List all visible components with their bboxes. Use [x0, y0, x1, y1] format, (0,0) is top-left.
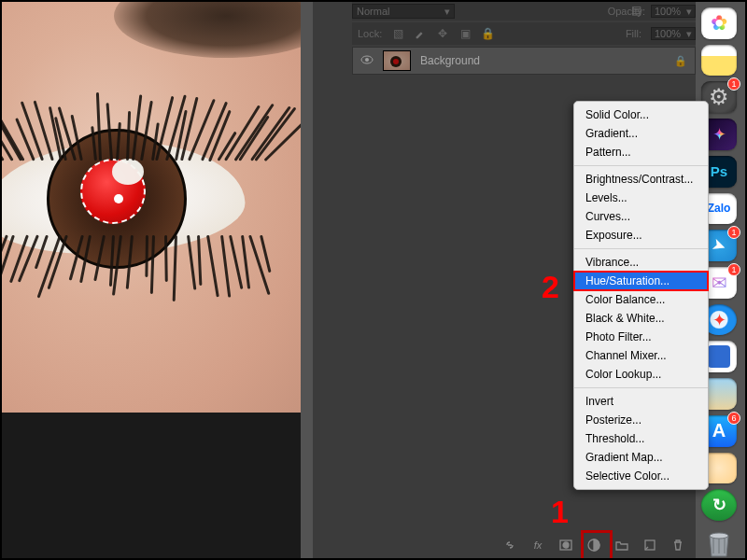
fill-field[interactable]: 100%▾	[651, 27, 696, 40]
mask-icon[interactable]	[559, 539, 572, 552]
adjustment-layer-menu[interactable]: Solid Color... Gradient... Pattern... Br…	[573, 101, 709, 490]
new-layer-icon[interactable]	[643, 539, 656, 552]
menu-item-gradient[interactable]: Gradient...	[574, 124, 708, 143]
fill-label: Fill:	[626, 28, 641, 39]
visibility-eye-icon[interactable]	[360, 54, 374, 67]
layer-thumbnail[interactable]	[383, 50, 411, 71]
canvas-pasteboard	[2, 413, 301, 560]
menu-item-color-lookup[interactable]: Color Lookup...	[574, 365, 708, 384]
menu-item-photo-filter[interactable]: Photo Filter...	[574, 328, 708, 346]
blend-mode-select[interactable]: Normal ▾	[352, 4, 455, 19]
group-icon[interactable]	[615, 539, 628, 552]
annotation-number-2: 2	[542, 269, 559, 305]
menu-item-brightness-contrast[interactable]: Brightness/Contrast...	[574, 170, 708, 189]
opacity-label: Opacity:	[608, 6, 645, 17]
fill-value: 100%	[655, 28, 681, 39]
lock-position-icon[interactable]: ✥	[436, 27, 449, 40]
layers-panel-footer: fx	[352, 534, 696, 556]
menu-item-gradient-map[interactable]: Gradient Map...	[574, 448, 708, 467]
dock-app-photos[interactable]	[701, 7, 737, 39]
fx-icon[interactable]: fx	[531, 539, 544, 552]
menu-item-hue-saturation[interactable]: Hue/Saturation...	[574, 272, 708, 290]
menu-item-selective-color[interactable]: Selective Color...	[574, 467, 708, 485]
annotation-number-1: 1	[551, 494, 569, 530]
menu-item-threshold[interactable]: Threshold...	[574, 429, 708, 448]
dock-badge: 6	[727, 412, 740, 425]
lock-all-icon[interactable]: 🔒	[481, 27, 494, 40]
lock-artboard-icon[interactable]: ▣	[458, 27, 472, 40]
adjustment-layer-icon[interactable]	[587, 539, 600, 552]
blend-opacity-row: Normal ▾ Opacity: 100%▾	[352, 2, 696, 21]
blend-mode-value: Normal	[357, 6, 389, 17]
menu-item-solid-color[interactable]: Solid Color...	[574, 105, 708, 124]
opacity-field[interactable]: 100%▾	[651, 5, 696, 18]
lock-pixels-icon[interactable]	[414, 27, 427, 40]
dock-app-green[interactable]	[701, 489, 737, 521]
layer-name: Background	[420, 54, 480, 67]
dock-badge: 1	[727, 226, 740, 239]
dock-badge: 1	[727, 77, 740, 91]
menu-item-channel-mixer[interactable]: Channel Mixer...	[574, 346, 708, 365]
lock-label: Lock:	[358, 28, 382, 39]
lock-row: Lock: ▧ ✥ ▣ 🔒 Fill: 100%▾	[352, 22, 696, 45]
menu-item-levels[interactable]: Levels...	[574, 189, 708, 207]
svg-point-6	[710, 533, 728, 539]
menu-item-exposure[interactable]: Exposure...	[574, 226, 708, 245]
svg-point-3	[563, 542, 569, 548]
dock-app-trash[interactable]	[701, 526, 737, 558]
menu-item-curves[interactable]: Curves...	[574, 207, 708, 226]
chevron-down-icon: ▾	[444, 6, 450, 18]
layer-locked-icon[interactable]: 🔒	[674, 55, 687, 67]
menu-item-color-balance[interactable]: Color Balance...	[574, 290, 708, 309]
trash-icon[interactable]	[671, 539, 684, 552]
image-content	[2, 2, 301, 413]
menu-item-posterize[interactable]: Posterize...	[574, 411, 708, 429]
opacity-value: 100%	[655, 6, 681, 17]
lock-transparency-icon[interactable]: ▧	[391, 27, 404, 40]
menu-item-pattern[interactable]: Pattern...	[574, 143, 708, 161]
link-layers-icon[interactable]	[503, 539, 516, 552]
svg-point-1	[365, 58, 369, 62]
dock-badge: 1	[727, 263, 740, 276]
layer-row-background[interactable]: Background 🔒	[352, 47, 696, 75]
menu-item-invert[interactable]: Invert	[574, 392, 708, 411]
dock-app-notes[interactable]	[701, 45, 737, 77]
menu-item-black-white[interactable]: Black & White...	[574, 309, 708, 328]
menu-item-vibrance[interactable]: Vibrance...	[574, 253, 708, 272]
document-canvas[interactable]	[2, 2, 301, 556]
